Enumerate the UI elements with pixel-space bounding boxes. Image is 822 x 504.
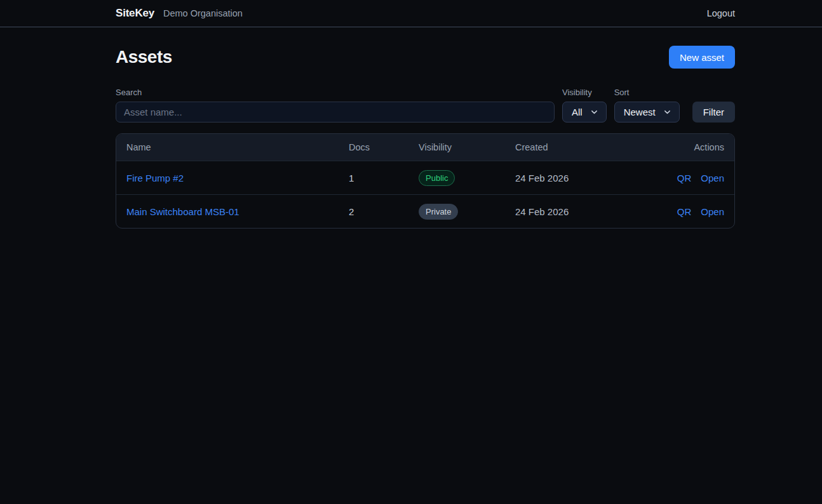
chevron-down-icon: [663, 108, 671, 116]
visibility-selected-value: All: [572, 107, 583, 117]
visibility-select[interactable]: All: [562, 102, 607, 123]
qr-link[interactable]: QR: [677, 173, 692, 183]
table-row: Main Switchboard MSB-01 2 Private 24 Feb…: [116, 195, 734, 229]
open-link[interactable]: Open: [701, 206, 724, 217]
chevron-down-icon: [590, 108, 598, 116]
qr-link[interactable]: QR: [677, 206, 692, 217]
asset-name-link[interactable]: Fire Pump #2: [126, 173, 184, 183]
visibility-badge: Public: [419, 170, 455, 186]
table-row: Fire Pump #2 1 Public 24 Feb 2026 QROpen: [116, 161, 734, 195]
created-date: 24 Feb 2026: [505, 161, 651, 195]
visibility-badge: Private: [419, 204, 458, 220]
column-header-name: Name: [116, 134, 339, 161]
page-title: Assets: [116, 47, 172, 67]
main-content: Assets New asset Search Visibility All S…: [116, 46, 735, 229]
docs-count: 2: [339, 195, 408, 229]
table-header: Name Docs Visibility Created Actions: [116, 134, 734, 161]
column-header-created: Created: [505, 134, 651, 161]
top-bar: SiteKey Demo Organisation Logout: [0, 0, 822, 27]
logout-link[interactable]: Logout: [707, 8, 735, 18]
sort-field-group: Sort Newest: [614, 88, 680, 123]
sort-select[interactable]: Newest: [614, 102, 680, 123]
organisation-name: Demo Organisation: [163, 8, 243, 18]
brand-logo: SiteKey: [116, 7, 154, 20]
sort-label: Sort: [614, 88, 680, 97]
column-header-visibility: Visibility: [408, 134, 505, 161]
docs-count: 1: [339, 161, 408, 195]
sort-selected-value: Newest: [624, 107, 656, 117]
filter-bar: Search Visibility All Sort Newest: [116, 88, 735, 123]
new-asset-button[interactable]: New asset: [669, 46, 735, 69]
column-header-actions: Actions: [651, 134, 734, 161]
search-label: Search: [116, 88, 555, 97]
visibility-label: Visibility: [562, 88, 607, 97]
filter-button[interactable]: Filter: [692, 102, 735, 123]
created-date: 24 Feb 2026: [505, 195, 651, 229]
asset-name-link[interactable]: Main Switchboard MSB-01: [126, 206, 239, 217]
column-header-docs: Docs: [339, 134, 408, 161]
visibility-field-group: Visibility All: [562, 88, 607, 123]
search-field-group: Search: [116, 88, 555, 123]
open-link[interactable]: Open: [701, 173, 724, 183]
title-row: Assets New asset: [116, 46, 735, 69]
assets-table: Name Docs Visibility Created Actions Fir…: [116, 133, 735, 229]
search-input[interactable]: [116, 102, 555, 123]
